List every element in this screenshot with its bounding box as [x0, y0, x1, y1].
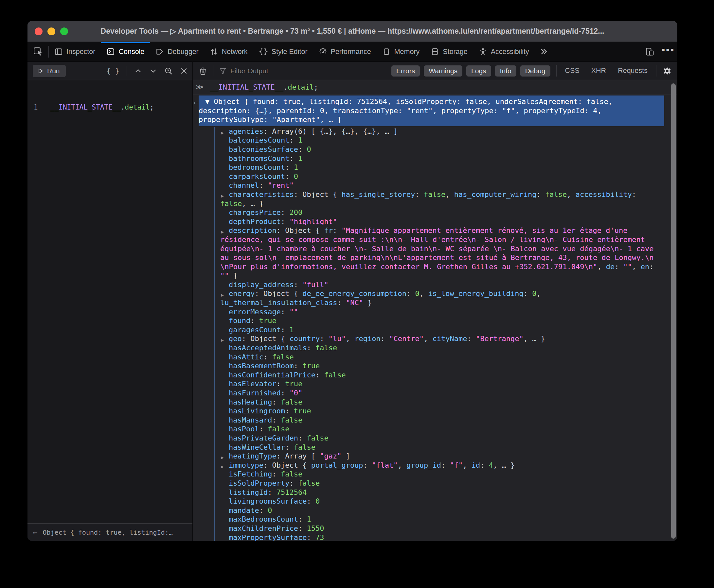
- filter-pill-warnings[interactable]: Warnings: [424, 65, 462, 77]
- responsive-design-icon: [645, 47, 654, 56]
- filter-pill-info[interactable]: Info: [495, 65, 516, 77]
- chevron-down-icon[interactable]: [149, 67, 157, 75]
- tab-style-editor[interactable]: Style Editor: [253, 42, 313, 62]
- tab-label: Storage: [443, 48, 467, 56]
- console-line: maxPropertySurface: 73: [193, 533, 677, 541]
- memory-icon: [382, 47, 391, 56]
- console-row[interactable]: ▶geo: Object { country: "lu", region: "C…: [193, 334, 677, 343]
- code-segment: :: [298, 515, 307, 523]
- filter-pill-debug[interactable]: Debug: [520, 65, 550, 77]
- console-line: hasPool: false: [193, 424, 677, 434]
- console-row[interactable]: ▶energy: Object { de_ee_energy_consumpti…: [193, 289, 677, 307]
- jump-back-icon[interactable]: ←: [194, 98, 199, 107]
- clear-console-button[interactable]: [199, 67, 207, 75]
- net-filter-css[interactable]: CSS: [565, 67, 579, 75]
- pick-element-button[interactable]: [27, 42, 48, 62]
- console-row: maxChildrenPrice: 1550: [193, 524, 677, 533]
- code-segment: :: [480, 461, 489, 469]
- console-row[interactable]: ▶immotype: Object { portal_group: "flat"…: [193, 461, 677, 470]
- run-button[interactable]: Run: [33, 65, 66, 77]
- tab-label: Accessibility: [491, 48, 529, 56]
- console-row[interactable]: ▶heatingType: Array [ "gaz" ]: [193, 451, 677, 461]
- tab-inspector[interactable]: Inspector: [49, 42, 101, 62]
- responsive-design-button[interactable]: [641, 42, 659, 62]
- console-scrollbar[interactable]: [671, 83, 676, 539]
- search-history-icon[interactable]: [164, 67, 173, 75]
- code-segment: :: [294, 280, 303, 289]
- minimize-window-button[interactable]: [47, 27, 55, 35]
- code-segment: \nPour plus d'informations, veuillez con…: [220, 262, 597, 271]
- console-row[interactable]: ▶characteristics: Object { has_single_st…: [193, 190, 677, 208]
- console-row: balconiesSurface: 0: [193, 145, 677, 154]
- code-segment: :: [406, 289, 415, 298]
- console-settings-button[interactable]: [662, 66, 672, 76]
- code-segment: depthProduct: [229, 217, 281, 226]
- code-segment: :: [467, 335, 476, 343]
- code-editor[interactable]: 1 __INITIAL_STATE__.detail;: [27, 80, 192, 523]
- code-segment: "rent": [268, 181, 293, 189]
- chevron-up-icon[interactable]: [134, 67, 142, 75]
- net-filter-xhr[interactable]: XHR: [591, 67, 606, 75]
- console-line: hasWineCellar: false: [193, 443, 677, 452]
- filter-pill-logs[interactable]: Logs: [466, 65, 491, 77]
- code-segment: bathroomsCount: [229, 154, 289, 163]
- code-segment: :: [315, 371, 324, 379]
- console-line: "" }: [193, 271, 677, 280]
- titlebar[interactable]: Developer Tools — ▷ Apartment to rent • …: [27, 21, 677, 42]
- console-line: isSoldProperty: false: [193, 479, 677, 488]
- selected-object-line: ▼ Object { found: true, listingId: 75125…: [199, 97, 661, 106]
- console-row[interactable]: ▶agencies: Array(6) [ {…}, {…}, {…}, … ]: [193, 127, 677, 136]
- expand-arrow-icon[interactable]: ▶: [221, 192, 224, 201]
- console-row[interactable]: ▶description: Object { fr: "Magnifique a…: [193, 226, 677, 280]
- evaluation-preview: Object { found: true, listingId:…: [43, 528, 172, 536]
- code-segment: chargesPrice: [229, 208, 281, 216]
- code-segment: hasConfidentialPrice: [229, 371, 315, 379]
- expand-arrow-icon[interactable]: ▶: [221, 291, 224, 300]
- zoom-window-button[interactable]: [60, 27, 68, 35]
- code-segment: hasElevator: [229, 380, 277, 388]
- tab-storage[interactable]: Storage: [425, 42, 473, 62]
- more-tabs-button[interactable]: [535, 42, 552, 62]
- code-segment: 200: [289, 208, 302, 216]
- tab-performance[interactable]: Performance: [313, 42, 376, 62]
- filter-pill-errors[interactable]: Errors: [391, 65, 420, 77]
- console-output[interactable]: >> __INITIAL_STATE__.detail; ← ▼ Object …: [193, 80, 677, 541]
- code-segment: :: [524, 289, 532, 298]
- code-segment: false: [545, 190, 567, 198]
- code-segment: "Magnifique appartement entièrement réno…: [341, 226, 627, 234]
- code-segment: hasPrivateGarden: [229, 434, 298, 442]
- code-segment: true: [259, 317, 277, 325]
- code-segment: balconiesSurface: [229, 145, 298, 153]
- tab-console[interactable]: Console: [101, 42, 150, 62]
- filter-output-input[interactable]: Filter Output: [219, 67, 268, 75]
- tab-network[interactable]: Network: [204, 42, 253, 62]
- devtools-menu-button[interactable]: •••: [659, 42, 677, 62]
- console-line: carparksCount: 0: [193, 172, 677, 181]
- meatball-menu-icon: •••: [661, 44, 675, 59]
- console-line: false, … }: [193, 199, 677, 208]
- code-segment: false: [294, 443, 315, 451]
- net-filter-requests[interactable]: Requests: [618, 67, 648, 75]
- tab-debugger[interactable]: Debugger: [150, 42, 204, 62]
- code-segment: :: [298, 434, 307, 442]
- code-segment: :: [307, 497, 315, 505]
- code-segment: geo: [229, 335, 242, 343]
- code-segment: "full": [302, 280, 328, 289]
- pretty-print-icon[interactable]: { }: [106, 67, 119, 75]
- code-segment: au sous-sol\n- emplacement de parking\n\…: [220, 253, 654, 261]
- close-editor-icon[interactable]: [180, 67, 188, 75]
- code-segment: 0: [268, 506, 272, 514]
- console-row: channel: "rent": [193, 181, 677, 190]
- code-segment: 1: [289, 326, 293, 334]
- expand-arrow-icon[interactable]: ▶: [221, 228, 224, 237]
- code-segment: :: [272, 470, 281, 478]
- close-window-button[interactable]: [35, 27, 43, 35]
- code-segment: :: [614, 262, 624, 271]
- code-segment: 1: [307, 515, 311, 523]
- tab-accessibility[interactable]: Accessibility: [473, 42, 535, 62]
- tab-memory[interactable]: Memory: [376, 42, 425, 62]
- selected-object-row[interactable]: ▼ Object { found: true, listingId: 75125…: [199, 96, 664, 126]
- code-segment: :: [285, 443, 294, 451]
- code-segment: isSoldProperty: [229, 479, 289, 487]
- code-segment: :: [294, 362, 303, 370]
